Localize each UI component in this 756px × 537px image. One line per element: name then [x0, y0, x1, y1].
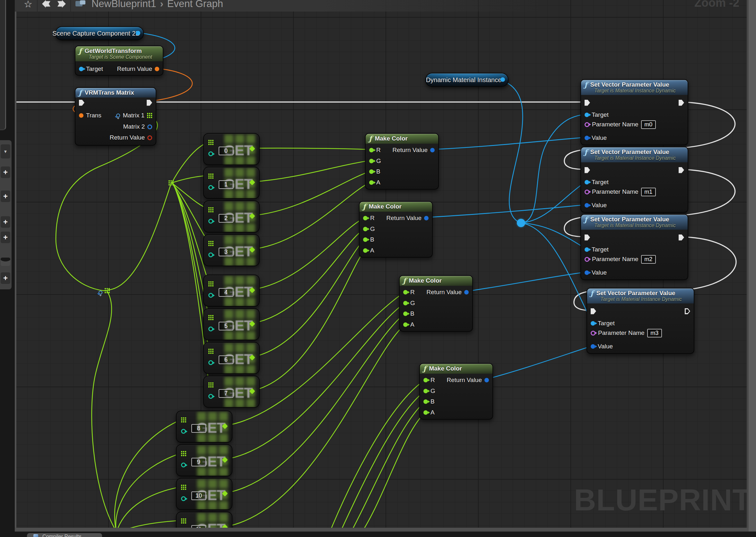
function-node-getworldtransform[interactable]: ƒ GetWorldTransform Target is Scene Comp…: [75, 46, 163, 76]
value-input-pin[interactable]: [585, 136, 589, 140]
breadcrumb-blueprint[interactable]: NewBlueprint1: [92, 0, 156, 10]
value-input-pin[interactable]: [585, 203, 589, 208]
g-input-pin[interactable]: [423, 389, 428, 393]
wire-object[interactable]: [431, 137, 586, 149]
exec-input-pin[interactable]: [79, 100, 84, 106]
a-input-pin[interactable]: [369, 180, 374, 185]
index-input-pin[interactable]: [181, 496, 186, 501]
get-array-node[interactable]: GET 1: [203, 167, 260, 199]
matrix1-array-output-pin[interactable]: [147, 113, 152, 118]
add-button[interactable]: +: [1, 166, 10, 178]
a-input-pin[interactable]: [363, 248, 368, 253]
get-array-node[interactable]: GET 3: [203, 234, 260, 266]
array-input-pin[interactable]: [208, 382, 213, 388]
return-value-output-pin[interactable]: [147, 135, 152, 140]
wire-array[interactable]: [252, 239, 365, 357]
wire-array[interactable]: [116, 453, 182, 531]
index-input-pin[interactable]: [208, 252, 213, 257]
exec-input-pin[interactable]: [585, 234, 590, 241]
index-value-box[interactable]: 9: [191, 458, 206, 467]
add-button[interactable]: +: [1, 231, 10, 243]
index-input-pin[interactable]: [208, 360, 213, 365]
parameter-name-value-box[interactable]: m3: [647, 329, 662, 338]
function-node-make-color[interactable]: ƒ Make Color R Return Value G B: [399, 275, 473, 332]
function-node-set-vector-parameter-value[interactable]: ƒ Set Vector Parameter Value Target is M…: [587, 288, 694, 354]
target-input-pin[interactable]: [591, 321, 595, 326]
parameter-name-input-pin[interactable]: [585, 122, 589, 127]
parameter-name-input-pin[interactable]: [591, 331, 596, 336]
array-input-pin[interactable]: [181, 518, 186, 523]
index-value-box[interactable]: 3: [219, 248, 233, 256]
compiler-results-tab[interactable]: Compiler Results: [27, 533, 102, 537]
parameter-name-value-box[interactable]: m1: [641, 188, 656, 196]
parameter-name-input-pin[interactable]: [585, 257, 589, 262]
index-value-box[interactable]: 5: [219, 322, 233, 330]
target-input-pin[interactable]: [585, 180, 589, 185]
add-button[interactable]: +: [1, 190, 10, 202]
wire-object[interactable]: [425, 205, 586, 218]
parameter-name-value-box[interactable]: m0: [641, 120, 656, 129]
get-array-node[interactable]: GET 4: [203, 274, 260, 307]
index-value-box[interactable]: 0: [219, 146, 233, 155]
b-input-pin[interactable]: [369, 169, 374, 174]
zoom-to-fit-icon[interactable]: [98, 291, 103, 295]
return-value-output-pin[interactable]: [484, 378, 489, 382]
collapsed-category-icon[interactable]: [1, 258, 10, 266]
function-node-vrmtrans-matrix[interactable]: ƒ VRMTrans Matrix Trans Matrix 1 Matrix …: [75, 87, 156, 145]
target-input-pin[interactable]: [585, 113, 589, 117]
get-array-node[interactable]: GET 0: [203, 133, 260, 165]
return-value-output-pin[interactable]: [430, 148, 435, 152]
index-value-box[interactable]: 7: [219, 389, 233, 398]
array-reroute-node[interactable]: [105, 288, 110, 293]
get-array-node[interactable]: GET 2: [203, 200, 260, 232]
index-value-box[interactable]: 10: [191, 491, 206, 500]
wire-array[interactable]: [252, 228, 365, 323]
parameter-name-value-box[interactable]: m2: [641, 255, 656, 264]
wire-array[interactable]: [338, 391, 426, 537]
array-input-pin[interactable]: [208, 349, 213, 354]
favorite-star-icon[interactable]: ☆: [24, 0, 32, 9]
variable-node-scene-capture[interactable]: Scene Capture Component 2D: [55, 26, 144, 40]
get-array-node[interactable]: GET 9: [176, 444, 232, 476]
index-value-box[interactable]: 1: [219, 180, 233, 189]
exec-output-pin[interactable]: [679, 234, 684, 241]
value-input-pin[interactable]: [585, 270, 589, 275]
r-input-pin[interactable]: [423, 378, 428, 382]
value-input-pin[interactable]: [591, 344, 595, 349]
variable-node-dynamic-material-instance[interactable]: Dynamic Material Instance: [425, 73, 509, 87]
return-value-output-pin[interactable]: [464, 290, 469, 295]
add-button[interactable]: +: [1, 272, 10, 284]
index-input-pin[interactable]: [208, 151, 213, 156]
function-node-make-color[interactable]: ƒ Make Color R Return Value G B: [365, 133, 439, 189]
exec-output-pin[interactable]: [679, 100, 684, 106]
breadcrumb-event-graph[interactable]: Event Graph: [167, 0, 223, 10]
r-input-pin[interactable]: [369, 148, 374, 152]
zoom-to-fit-icon[interactable]: [116, 113, 120, 118]
exec-input-pin[interactable]: [591, 308, 596, 314]
wire-object[interactable]: [498, 79, 523, 223]
function-node-set-vector-parameter-value[interactable]: ƒ Set Vector Parameter Value Target is M…: [580, 79, 688, 145]
get-array-node[interactable]: GET 8: [176, 411, 232, 443]
object-output-pin[interactable]: [501, 77, 505, 82]
chevron-down-icon[interactable]: ▼: [1, 145, 10, 158]
r-input-pin[interactable]: [403, 290, 408, 295]
a-input-pin[interactable]: [403, 322, 408, 327]
array-input-pin[interactable]: [181, 485, 186, 490]
index-value-box[interactable]: 6: [219, 355, 233, 364]
object-reroute-node[interactable]: [517, 219, 525, 227]
function-node-make-color[interactable]: ƒ Make Color R Return Value G B: [359, 201, 433, 258]
g-input-pin[interactable]: [369, 159, 374, 163]
function-node-set-vector-parameter-value[interactable]: ƒ Set Vector Parameter Value Target is M…: [580, 214, 688, 280]
a-input-pin[interactable]: [423, 410, 428, 415]
back-arrow-icon[interactable]: [42, 0, 50, 8]
array-input-pin[interactable]: [208, 207, 213, 212]
b-input-pin[interactable]: [423, 399, 428, 404]
object-output-pin[interactable]: [136, 31, 140, 35]
add-button[interactable]: +: [1, 216, 10, 228]
target-input-pin[interactable]: [79, 67, 83, 71]
return-value-output-pin[interactable]: [155, 67, 159, 71]
g-input-pin[interactable]: [363, 227, 368, 231]
array-input-pin[interactable]: [208, 140, 213, 145]
index-value-box[interactable]: 2: [219, 214, 233, 223]
index-input-pin[interactable]: [208, 293, 213, 298]
